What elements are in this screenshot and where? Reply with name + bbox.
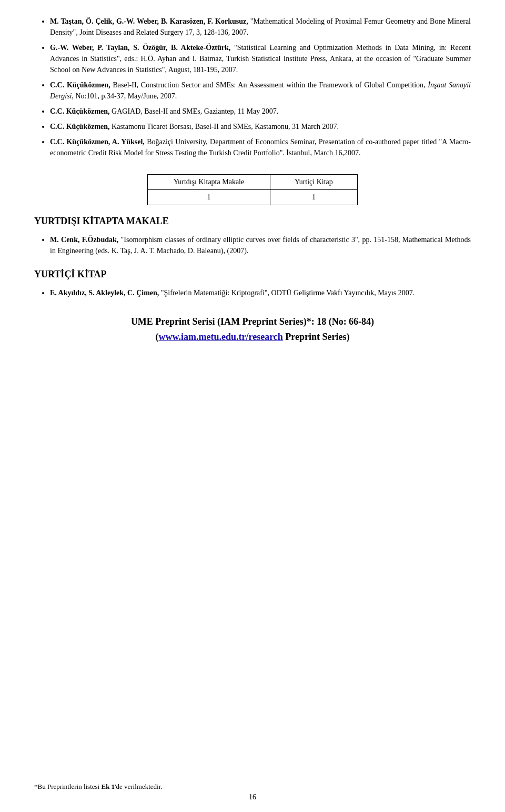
preprint-line1: UME Preprint Serisi (IAM Preprint Series… — [34, 314, 471, 329]
table-cell-col1: 1 — [148, 190, 270, 205]
list-item: G.-W. Weber, P. Taylan, S. Özöğür, B. Ak… — [50, 42, 471, 75]
table-header-col1: Yurtdışı Kitapta Makale — [148, 175, 270, 190]
top-bullet-list: M. Taştan, Ö. Çelik, G.-W. Weber, B. Kar… — [34, 16, 471, 158]
list-item-text: M. Cenk, F.Özbudak, "Isomorphism classes… — [50, 236, 471, 255]
list-item-text: C.C. Küçüközmen, A. Yüksel, Boğaziçi Uni… — [50, 138, 471, 157]
list-item-text: C.C. Küçüközmen, GAGIAD, Basel-II and SM… — [50, 107, 278, 115]
list-item-text: C.C. Küçüközmen, Kastamonu Ticaret Borsa… — [50, 123, 339, 131]
list-item: E. Akyıldız, S. Akleylek, C. Çimen, "Şif… — [50, 287, 471, 298]
list-item: M. Cenk, F.Özbudak, "Isomorphism classes… — [50, 234, 471, 256]
summary-table-section: Yurtdışı Kitapta Makale Yurtiçi Kitap 1 … — [34, 174, 471, 205]
list-item: C.C. Küçüközmen, Kastamonu Ticaret Borsa… — [50, 121, 471, 132]
footnote-text: *Bu Preprintlerin listesi Ek 1'de verilm… — [34, 783, 163, 790]
list-item: C.C. Küçüközmen, Basel-II, Construction … — [50, 79, 471, 102]
list-item-text: G.-W. Weber, P. Taylan, S. Özöğür, B. Ak… — [50, 44, 471, 74]
page-number: 16 — [0, 793, 505, 801]
list-item-text: E. Akyıldız, S. Akleylek, C. Çimen, "Şif… — [50, 289, 415, 297]
section1-heading: YURTDIŞI KİTAPTA MAKALE — [34, 216, 471, 227]
summary-table: Yurtdışı Kitapta Makale Yurtiçi Kitap 1 … — [147, 174, 358, 205]
preprint-paren-close: Preprint Series) — [283, 332, 350, 342]
preprint-section: UME Preprint Serisi (IAM Preprint Series… — [34, 314, 471, 345]
footnote: *Bu Preprintlerin listesi Ek 1'de verilm… — [34, 783, 471, 791]
table-row: 1 1 — [148, 190, 358, 205]
table-header-col2: Yurtiçi Kitap — [270, 175, 357, 190]
page: M. Taştan, Ö. Çelik, G.-W. Weber, B. Kar… — [0, 0, 505, 812]
table-cell-col2: 1 — [270, 190, 357, 205]
preprint-line2: (www.iam.metu.edu.tr/research Preprint S… — [34, 329, 471, 345]
section2-heading: YURTİÇİ KİTAP — [34, 269, 471, 280]
list-item-text: C.C. Küçüközmen, Basel-II, Construction … — [50, 81, 471, 100]
list-item-text: M. Taştan, Ö. Çelik, G.-W. Weber, B. Kar… — [50, 17, 471, 36]
list-item: C.C. Küçüközmen, GAGIAD, Basel-II and SM… — [50, 106, 471, 117]
section1-bullet-list: M. Cenk, F.Özbudak, "Isomorphism classes… — [34, 234, 471, 256]
section2-bullet-list: E. Akyıldız, S. Akleylek, C. Çimen, "Şif… — [34, 287, 471, 298]
list-item: M. Taştan, Ö. Çelik, G.-W. Weber, B. Kar… — [50, 16, 471, 38]
preprint-link[interactable]: www.iam.metu.edu.tr/research — [159, 332, 283, 342]
list-item: C.C. Küçüközmen, A. Yüksel, Boğaziçi Uni… — [50, 136, 471, 158]
